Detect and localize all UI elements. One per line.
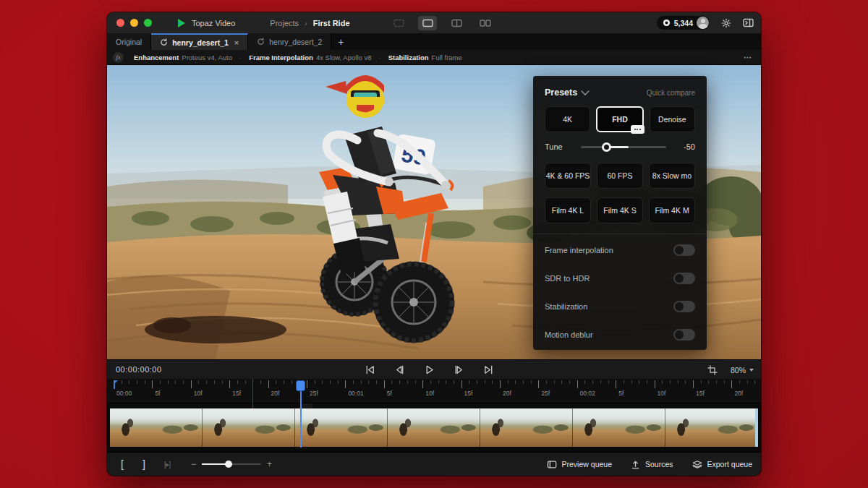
ruler-label: 25f [310,390,318,397]
ruler-tick [469,380,469,384]
set-out-point-button[interactable]: ] [133,458,155,470]
tune-value: -50 [673,142,695,151]
timecode: 00:00:00:00 [116,365,162,374]
filmstrip-thumbnail[interactable] [110,408,203,447]
ruler-tick [268,380,269,388]
filmstrip-thumbnail[interactable] [203,408,295,447]
window-controls [116,19,152,27]
skip-to-start-button[interactable] [364,364,376,376]
ruler-tick [152,380,153,388]
account-avatar[interactable] [697,17,709,29]
preset-film4kl-button[interactable]: Film 4K L [545,197,591,223]
ruler-tick [330,380,331,384]
ruler-tick [114,380,114,388]
tab-henry-desert-2[interactable]: henry_desert_2 [248,33,331,50]
filmstrip-thumbnail[interactable] [573,408,665,447]
settings-gear-icon[interactable] [721,18,731,28]
ruler-label: 10f [194,390,203,397]
ruler-tick [292,380,292,384]
close-window-button[interactable] [116,19,124,27]
split-view-icon[interactable] [447,16,466,30]
next-frame-button[interactable] [453,364,465,376]
pipeline-more-icon[interactable]: ⋯ [744,53,752,62]
filmstrip-thumbnail[interactable] [295,408,388,447]
ruler-tick [361,380,362,384]
preset-4k60-button[interactable]: 4K & 60 FPS [545,163,591,189]
add-tab-button[interactable]: + [331,33,350,50]
single-view-icon[interactable] [418,16,437,30]
tune-slider-knob[interactable] [602,142,611,152]
tab-original[interactable]: Original [107,33,151,50]
ruler-label: 5f [618,390,624,397]
ruler-tick [260,380,261,384]
quick-compare-button[interactable]: Quick compare [647,89,695,97]
ruler-tick [500,380,501,388]
view-mode-group [389,12,495,33]
minimize-window-button[interactable] [130,19,138,27]
filmstrip-thumbnail[interactable] [480,408,573,447]
ruler-tick [678,380,678,384]
timeline-zoom-knob[interactable] [225,461,232,468]
preset-60fps-button[interactable]: 60 FPS [597,163,643,189]
filmstrip-thumbnail[interactable] [388,408,480,447]
ruler-tick [345,380,346,388]
zoom-in-icon[interactable]: + [267,459,272,469]
preset-fhd-button[interactable]: FHD [596,106,643,132]
ruler-tick [554,380,555,384]
breadcrumb-projects[interactable]: Projects [270,19,299,27]
credits-badge[interactable]: 5,344 [657,16,710,30]
sdr-to-hdr-toggle[interactable] [673,273,695,284]
motion-deblur-toggle[interactable] [673,329,695,341]
presets-dropdown[interactable]: Presets [545,87,588,98]
skip-to-end-button[interactable] [482,364,495,376]
compare-view-icon[interactable] [389,16,408,30]
sources-button[interactable]: Sources [631,460,673,469]
topaz-play-icon [176,18,187,28]
timeline-zoom-control: − + [191,459,272,469]
ruler-tick [237,380,238,384]
zoom-level-select[interactable]: 80% [731,366,754,374]
preset-film4km-button[interactable]: Film 4K M [649,197,695,223]
tune-slider[interactable] [581,146,666,148]
pipeline-summary: EnhancementProteus v4, Auto · Frame Inte… [134,53,462,61]
titlebar-right: 5,344 [657,12,754,33]
preset-8x-slowmo-button[interactable]: 8x Slow mo [649,163,695,189]
playhead[interactable] [296,380,305,391]
preview-queue-button[interactable]: Preview queue [547,460,612,469]
side-by-side-view-icon[interactable] [476,16,495,30]
preset-4k-button[interactable]: 4K [545,106,590,132]
toggle-label-stabilization: Stabilization [545,302,587,311]
set-in-point-button[interactable]: [ [111,458,133,470]
ruler-label: 10f [425,390,434,397]
zoom-out-icon[interactable]: − [191,459,196,469]
timeline-zoom-slider[interactable] [202,463,261,465]
fx-icon: fx [113,52,124,63]
frame-interpolation-toggle[interactable] [673,244,695,256]
previous-frame-button[interactable] [393,364,406,376]
preset-denoise-button[interactable]: Denoise [650,106,695,132]
tab-close-icon[interactable]: × [234,38,239,47]
export-queue-button[interactable]: Export queue [692,460,752,469]
ruler-tick [708,380,709,384]
play-button[interactable] [423,364,435,376]
tune-label: Tune [545,142,574,151]
zoom-window-button[interactable] [144,19,152,27]
filmstrip-thumbnail[interactable] [665,408,758,447]
ruler-tick [670,380,671,384]
preset-film4ks-button[interactable]: Film 4K S [597,197,643,223]
filmstrip[interactable] [110,408,758,447]
timeline-ruler[interactable]: 00:005f10f15f20f25f00:015f10f15f20f25f00… [107,379,761,403]
ruler-tick [384,380,385,388]
ruler-tick [175,380,176,384]
toggle-label-motion-deblur: Motion deblur [545,330,593,339]
tab-henry-desert-1[interactable]: henry_desert_1 × [151,33,248,50]
preset-options-icon[interactable] [631,125,644,134]
pipeline-bar[interactable]: fx EnhancementProteus v4, Auto · Frame I… [107,50,761,65]
ruler-tick [569,380,570,384]
stabilization-toggle[interactable] [673,301,695,312]
toggle-panel-icon[interactable] [743,18,754,27]
ruler-tick [430,380,431,384]
fit-selection-icon[interactable]: [▸] [155,460,179,469]
crop-icon[interactable] [707,365,718,375]
preview-queue-icon [547,460,557,469]
